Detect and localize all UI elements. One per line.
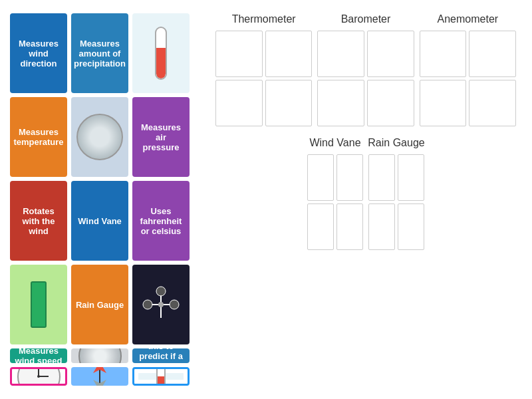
thermometer-title: Thermometer bbox=[213, 13, 315, 25]
drop-cell[interactable] bbox=[307, 203, 334, 250]
card-measures-air-pressure[interactable]: Measures air pressure bbox=[132, 97, 190, 177]
card-img-rain-gauge-pic[interactable] bbox=[10, 265, 67, 344]
drop-cell[interactable] bbox=[265, 80, 313, 126]
barometer-category: Barometer bbox=[315, 13, 416, 126]
bottom-spacer-right bbox=[427, 137, 519, 250]
rain-gauge-category: Rain Gauge bbox=[366, 137, 427, 250]
barometer-drop-grid bbox=[315, 31, 416, 126]
drop-cell[interactable] bbox=[398, 154, 424, 201]
anemometer-drop-grid bbox=[417, 31, 519, 126]
card-img-therm2[interactable] bbox=[132, 367, 190, 386]
barometer-title: Barometer bbox=[315, 13, 416, 25]
bottom-categories-row: Wind Vane Rain Gauge bbox=[213, 137, 519, 250]
card-measures-precipitation[interactable]: Measures amount of precipitation bbox=[71, 13, 128, 93]
wind-vane-category: Wind Vane bbox=[305, 137, 366, 250]
card-measures-wind-speed[interactable]: Measures wind speed bbox=[10, 348, 67, 363]
drop-cell[interactable] bbox=[336, 154, 363, 201]
card-measures-wind-direction[interactable]: Measures wind direction bbox=[10, 13, 67, 93]
right-panel: Thermometer Barometer Anemometer bbox=[200, 0, 532, 399]
left-panel: Measures wind direction Measures amount … bbox=[0, 0, 200, 399]
rain-gauge-title: Rain Gauge bbox=[366, 137, 427, 149]
wind-vane-drop-grid bbox=[305, 154, 366, 250]
drop-cell[interactable] bbox=[469, 80, 516, 126]
drop-cell[interactable] bbox=[368, 203, 395, 250]
card-uses-fahrenheit[interactable]: Uses fahrenheit or celsius bbox=[132, 181, 190, 261]
drop-cell[interactable] bbox=[215, 31, 263, 77]
card-wind-vane-label[interactable]: Wind Vane bbox=[71, 181, 128, 261]
card-img-barometer2[interactable] bbox=[71, 348, 128, 363]
card-rotates-wind[interactable]: Rotates with the wind bbox=[10, 181, 67, 261]
drop-cell[interactable] bbox=[215, 80, 263, 126]
card-predict-storm[interactable]: I can use this to predict if a storm is … bbox=[132, 348, 190, 363]
bottom-spacer bbox=[213, 137, 305, 250]
card-img-thermometer[interactable] bbox=[132, 13, 190, 93]
wind-vane-title: Wind Vane bbox=[305, 137, 366, 149]
drop-cell[interactable] bbox=[317, 31, 364, 77]
drop-cell[interactable] bbox=[398, 203, 424, 250]
card-rain-gauge-label[interactable]: Rain Gauge bbox=[71, 265, 128, 344]
drop-cell[interactable] bbox=[317, 80, 364, 126]
svg-point-5 bbox=[158, 302, 164, 307]
drop-cell[interactable] bbox=[367, 31, 414, 77]
drop-cell[interactable] bbox=[469, 31, 516, 77]
card-img-barometer[interactable] bbox=[71, 97, 128, 177]
drop-cell[interactable] bbox=[420, 80, 467, 126]
drop-cell[interactable] bbox=[420, 31, 467, 77]
card-img-clock[interactable] bbox=[10, 367, 67, 386]
drop-cell[interactable] bbox=[265, 31, 313, 77]
anemometer-category: Anemometer bbox=[417, 13, 519, 126]
drop-cell[interactable] bbox=[368, 154, 395, 201]
card-img-anemometer[interactable] bbox=[132, 265, 190, 344]
rain-gauge-drop-grid bbox=[366, 154, 427, 250]
top-categories-row: Thermometer Barometer Anemometer bbox=[213, 13, 519, 126]
drop-cell[interactable] bbox=[336, 203, 363, 250]
drop-cell[interactable] bbox=[367, 80, 414, 126]
anemometer-title: Anemometer bbox=[417, 13, 519, 25]
svg-point-3 bbox=[170, 300, 179, 309]
svg-point-4 bbox=[143, 300, 152, 309]
card-measures-temperature[interactable]: Measures temperature bbox=[10, 97, 67, 177]
thermometer-drop-grid bbox=[213, 31, 315, 126]
svg-point-2 bbox=[156, 287, 166, 296]
card-img-wind-vane[interactable] bbox=[71, 367, 128, 386]
drop-cell[interactable] bbox=[307, 154, 334, 201]
thermometer-category: Thermometer bbox=[213, 13, 315, 126]
